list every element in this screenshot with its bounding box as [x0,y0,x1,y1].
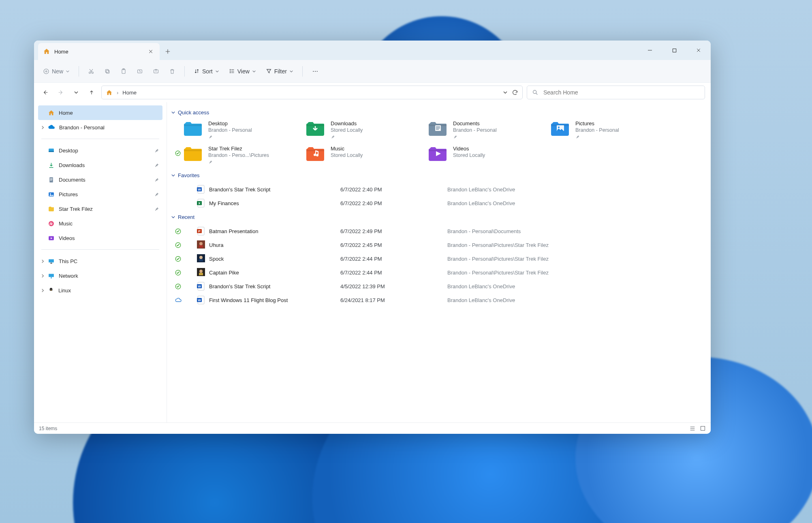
folder-icon [48,206,55,212]
sidebar-item-label: Network [59,273,78,279]
nav-row: › Home [34,83,711,102]
refresh-button[interactable] [512,89,518,96]
home-icon [43,48,50,55]
svg-rect-59 [199,259,203,262]
more-button[interactable] [308,66,322,77]
item-subtitle: Stored Locally [331,127,363,133]
minimize-button[interactable] [638,41,662,60]
file-location: Brandon LeBlanc's OneDrive [447,200,703,206]
sync-ok-icon [175,242,184,248]
divider [41,249,159,250]
view-label: View [237,68,250,75]
sync-ok-icon [175,150,181,156]
quick-access-item[interactable]: Desktop Brandon - Personal [182,120,301,140]
delete-button[interactable] [166,66,179,77]
file-row[interactable]: P Batman Presentation 6/7/2022 2:49 PM B… [173,224,703,238]
recent-locations-button[interactable] [71,87,82,98]
rename-button[interactable] [133,66,146,77]
file-row[interactable]: X My Finances 6/7/2022 2:40 PM Brandon L… [173,196,703,210]
tab-home[interactable]: Home [38,43,160,60]
file-row[interactable]: W Brandon's Star Trek Script 4/5/2022 12… [173,279,703,293]
sidebar-item-label: Home [59,110,73,116]
sidebar-item-home[interactable]: Home [38,105,162,120]
sidebar-item-star-trek-filez[interactable]: Star Trek Filez [38,201,162,216]
address-bar[interactable]: › Home [101,86,523,99]
close-window-button[interactable] [686,41,711,60]
quick-access-item[interactable]: Videos Stored Locally [427,145,545,165]
item-name: Pictures [575,120,619,126]
sidebar-item-linux[interactable]: Linux [38,283,162,298]
forward-button[interactable] [55,87,66,98]
file-date: 6/7/2022 2:40 PM [340,186,446,193]
svg-rect-20 [50,178,53,178]
sidebar-item-this-pc[interactable]: This PC [38,254,162,268]
sidebar-item-downloads[interactable]: Downloads [38,158,162,172]
share-button[interactable] [150,66,162,77]
item-name: Desktop [208,120,252,126]
sort-button[interactable]: Sort [190,66,222,77]
section-favorites-header[interactable]: Favorites [171,172,703,178]
file-row[interactable]: Captain Pike 6/7/2022 2:44 PM Brandon - … [173,266,703,279]
cut-button[interactable] [85,66,98,77]
sidebar-item-label: Downloads [59,162,85,168]
home-icon [48,109,55,116]
sidebar-item-documents[interactable]: Documents [38,172,162,187]
svg-rect-22 [50,180,52,180]
maximize-button[interactable] [662,41,686,60]
pin-icon [208,135,252,139]
section-recent-header[interactable]: Recent [171,214,703,220]
divider [184,66,185,77]
new-button[interactable]: New [40,66,73,77]
view-button[interactable]: View [226,66,259,77]
quick-access-item[interactable]: Star Trek Filez Brandon - Perso...\Pictu… [182,145,301,165]
filter-button[interactable]: Filter [263,66,297,77]
details-view-button[interactable] [689,425,696,432]
svg-text:X: X [198,201,201,205]
section-quick-access-header[interactable]: Quick access [171,109,703,116]
file-location: Brandon LeBlanc's OneDrive [447,283,703,289]
file-icon [197,268,205,277]
sidebar-item-label: Music [59,221,73,227]
file-icon: X [197,199,205,208]
file-date: 6/7/2022 2:49 PM [340,228,446,234]
search-input[interactable] [543,89,700,96]
back-button[interactable] [40,87,51,98]
sidebar-item-network[interactable]: Network [38,268,162,283]
file-location: Brandon - Personal\Pictures\Star Trek Fi… [447,256,703,262]
svg-text:P: P [198,229,201,233]
quick-access-item[interactable]: Documents Brandon - Personal [427,120,545,140]
paste-button[interactable] [117,66,130,77]
sidebar-item-pictures[interactable]: Pictures [38,187,162,201]
svg-text:W: W [198,298,201,302]
close-tab-button[interactable] [147,47,155,56]
file-icon: W [197,185,205,194]
up-button[interactable] [86,87,97,98]
copy-button[interactable] [101,66,114,77]
sidebar-item-onedrive[interactable]: Brandon - Personal [38,120,162,135]
folder-icon [306,120,325,137]
sidebar-item-videos[interactable]: Videos [38,231,162,245]
sidebar-item-label: Desktop [59,148,78,154]
quick-access-item[interactable]: Pictures Brandon - Personal [549,120,668,140]
quick-access-item[interactable]: Music Stored Locally [305,145,423,165]
sidebar-item-desktop[interactable]: Desktop [38,143,162,158]
search-box[interactable] [527,86,705,99]
device-icon [48,287,54,294]
file-row[interactable]: Spock 6/7/2022 2:44 PM Brandon - Persona… [173,252,703,266]
sidebar-item-label: Brandon - Personal [59,124,105,131]
file-row[interactable]: W Brandon's Star Trek Script 6/7/2022 2:… [173,182,703,196]
item-name: Music [331,146,363,152]
address-dropdown-button[interactable] [503,90,508,95]
divider [79,66,79,77]
sidebar-item-label: Pictures [59,191,78,197]
quick-access-item[interactable]: Downloads Stored Locally [305,120,423,140]
sync-ok-icon [175,256,184,262]
sync-ok-icon [175,228,184,234]
new-tab-button[interactable] [160,43,176,60]
svg-point-25 [49,221,54,226]
large-icons-view-button[interactable] [700,425,706,432]
sidebar-item-music[interactable]: Music [38,216,162,231]
file-row[interactable]: Uhura 6/7/2022 2:45 PM Brandon - Persona… [173,238,703,252]
file-row[interactable]: W First Windows 11 Flight Blog Post 6/24… [173,293,703,307]
svg-point-33 [50,289,51,289]
